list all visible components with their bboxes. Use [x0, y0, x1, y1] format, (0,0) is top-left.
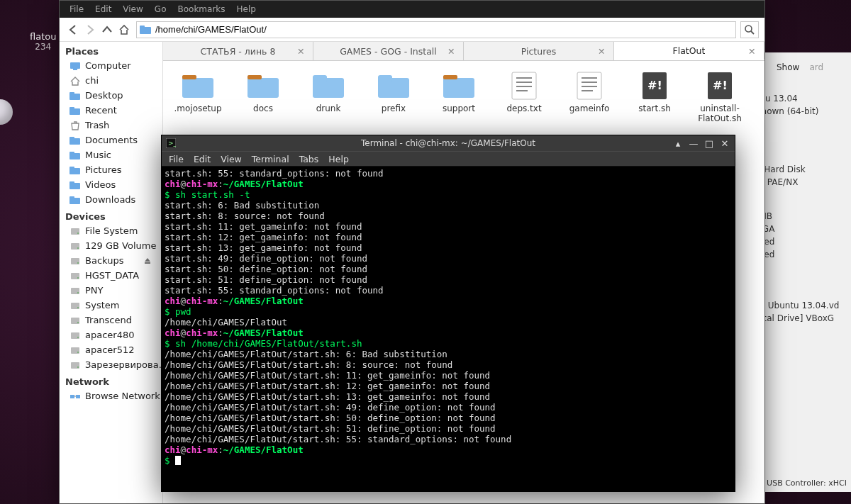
sidebar-item[interactable]: Pictures [60, 162, 162, 177]
disk-icon [69, 241, 81, 251]
file-item[interactable]: #! uninstall-FlatOut.sh [692, 71, 747, 124]
sidebar-item-label: apacer512 [85, 345, 135, 355]
terminal-menu-edit[interactable]: Edit [194, 154, 211, 164]
folder-icon [69, 135, 81, 145]
sidebar-item[interactable]: Documents [60, 133, 162, 147]
tab[interactable]: Pictures✕ [464, 42, 614, 60]
sidebar-item-label: Зарезервирова... [85, 359, 163, 370]
sidebar-item-label: Desktop [85, 90, 123, 101]
file-item[interactable]: deps.txt [496, 71, 552, 124]
disk-icon [69, 301, 81, 310]
path-bar[interactable] [136, 21, 736, 38]
disk-icon [69, 286, 81, 296]
menu-bookmarks[interactable]: Bookmarks [177, 4, 225, 14]
file-manager-tabs[interactable]: СТАТЬЯ - линь 8✕GAMES - GOG - Install✕Pi… [163, 42, 764, 61]
desktop-orb [0, 99, 13, 125]
file-item[interactable]: support [431, 71, 486, 124]
file-item[interactable]: docs [235, 71, 291, 124]
tab-close-icon[interactable]: ✕ [297, 46, 307, 56]
sidebar-item[interactable]: Desktop [60, 88, 162, 103]
sidebar-item[interactable]: apacer480 [60, 327, 162, 342]
sidebar-item[interactable]: Зарезервирова... [60, 357, 162, 372]
terminal-menu-view[interactable]: View [221, 154, 242, 164]
terminal-window[interactable]: >_ Terminal - chi@chi-mx: ~/GAMES/FlatOu… [161, 135, 735, 492]
trash-icon [69, 121, 81, 130]
text-file-icon [507, 71, 541, 99]
vbox-info-row: 5 MB [751, 211, 847, 221]
file-manager-sidebar[interactable]: Places ComputerchiDesktopRecentTrashDocu… [60, 42, 163, 503]
window-close-button[interactable]: ✕ [721, 138, 729, 149]
window-rollup-button[interactable]: ▴ [674, 138, 682, 149]
arrow-right-icon [84, 24, 96, 35]
terminal-menu-file[interactable]: File [169, 154, 184, 164]
tab-close-icon[interactable]: ✕ [447, 46, 457, 56]
sidebar-item[interactable]: chi [60, 73, 162, 88]
sidebar-item[interactable]: File System [60, 223, 162, 238]
sidebar-item-label: System [85, 300, 119, 310]
eject-icon[interactable] [144, 257, 155, 264]
nav-back-button[interactable] [65, 22, 81, 38]
sidebar-item[interactable]: Trash [60, 118, 162, 133]
sidebar-item[interactable]: System [60, 298, 162, 313]
sidebar-item[interactable]: Recent [60, 103, 162, 118]
nav-home-button[interactable] [116, 22, 132, 38]
sidebar-item-label: Computer [85, 60, 131, 71]
terminal-menu-terminal[interactable]: Terminal [252, 154, 289, 164]
sidebar-item[interactable]: 129 GB Volume [60, 238, 162, 253]
folder-icon [69, 195, 81, 205]
menu-file[interactable]: File [69, 4, 84, 14]
tab-close-icon[interactable]: ✕ [598, 46, 608, 56]
svg-point-42 [77, 366, 79, 368]
terminal-menu-tabs[interactable]: Tabs [299, 154, 319, 164]
file-item[interactable]: prefix [366, 71, 421, 124]
file-manager-content[interactable]: .mojosetup docs drunk prefix support dep… [163, 61, 764, 134]
vbox-show-label[interactable]: Show [777, 62, 799, 72]
svg-rect-16 [69, 167, 74, 169]
sidebar-item[interactable]: Transcend [60, 313, 162, 327]
svg-rect-58 [443, 75, 457, 79]
window-maximize-button[interactable]: □ [705, 138, 713, 149]
menu-view[interactable]: View [123, 4, 143, 14]
sidebar-item[interactable]: Downloads [60, 192, 162, 207]
sidebar-item-label: chi [85, 75, 99, 86]
nav-up-button[interactable] [99, 22, 115, 38]
nav-forward-button[interactable] [82, 22, 98, 38]
menu-help[interactable]: Help [237, 4, 256, 14]
file-name: prefix [366, 103, 421, 113]
terminal-menubar[interactable]: FileEditViewTerminalTabsHelp [162, 151, 735, 167]
sidebar-item[interactable]: Computer [60, 58, 162, 73]
terminal-output[interactable]: start.sh: 55: standard_options: not foun… [162, 167, 735, 491]
tab[interactable]: GAMES - GOG - Install✕ [313, 42, 464, 60]
file-item[interactable]: gameinfo [562, 71, 617, 124]
sidebar-item-label: Documents [85, 135, 138, 145]
sidebar-item[interactable]: apacer512 [60, 342, 162, 357]
sidebar-item[interactable]: PNY [60, 283, 162, 298]
sidebar-item[interactable]: Music [60, 147, 162, 162]
tab[interactable]: FlatOut✕ [614, 42, 764, 60]
menu-go[interactable]: Go [155, 4, 167, 14]
tab[interactable]: СТАТЬЯ - линь 8✕ [163, 42, 313, 60]
sidebar-item[interactable]: Backups [60, 253, 162, 268]
menu-edit[interactable]: Edit [95, 4, 111, 14]
path-input[interactable] [155, 23, 733, 37]
disk-icon [69, 360, 81, 370]
window-minimize-button[interactable]: — [689, 138, 698, 149]
folder-icon [246, 71, 280, 99]
search-button[interactable] [740, 21, 759, 38]
file-item[interactable]: drunk [301, 71, 356, 124]
sidebar-item[interactable]: Browse Network [60, 388, 162, 403]
terminal-menu-help[interactable]: Help [328, 154, 349, 164]
sidebar-item[interactable]: HGST_DATA [60, 268, 162, 283]
terminal-titlebar[interactable]: >_ Terminal - chi@chi-mx: ~/GAMES/FlatOu… [162, 135, 735, 151]
file-item[interactable]: #! start.sh [627, 71, 682, 124]
sidebar-item[interactable]: Videos [60, 177, 162, 192]
file-item[interactable]: .mojosetup [170, 71, 226, 124]
tab-close-icon[interactable]: ✕ [748, 46, 758, 56]
svg-point-24 [77, 247, 79, 249]
svg-rect-10 [69, 107, 74, 110]
file-name: deps.txt [496, 103, 552, 113]
sidebar-item-label: Pictures [85, 164, 121, 175]
file-manager-menubar[interactable]: FileEditViewGoBookmarksHelp [60, 1, 764, 18]
tab-label: FlatOut [673, 45, 706, 56]
arrow-left-icon [67, 24, 79, 35]
